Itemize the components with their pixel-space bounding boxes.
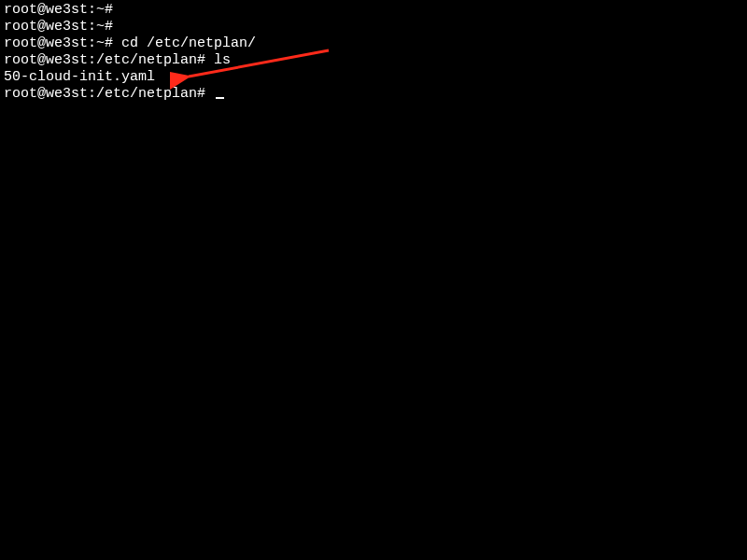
terminal-line: root@we3st:/etc/netplan# ls bbox=[4, 52, 743, 69]
terminal-line: root@we3st:~# cd /etc/netplan/ bbox=[4, 35, 743, 52]
command-text: cd /etc/netplan/ bbox=[121, 35, 256, 51]
terminal-line[interactable]: root@we3st:/etc/netplan# bbox=[4, 86, 743, 103]
command-text: ls bbox=[214, 52, 231, 68]
prompt: root@we3st:~# bbox=[4, 35, 121, 51]
terminal-line: root@we3st:~# bbox=[4, 2, 743, 19]
terminal-output: 50-cloud-init.yaml bbox=[4, 69, 743, 86]
cursor bbox=[216, 97, 224, 99]
prompt: root@we3st:~# bbox=[4, 19, 113, 35]
prompt: root@we3st:/etc/netplan# bbox=[4, 86, 214, 102]
ls-output-file: 50-cloud-init.yaml bbox=[4, 69, 155, 85]
prompt: root@we3st:/etc/netplan# bbox=[4, 52, 214, 68]
prompt: root@we3st:~# bbox=[4, 2, 113, 18]
terminal-line: root@we3st:~# bbox=[4, 19, 743, 35]
